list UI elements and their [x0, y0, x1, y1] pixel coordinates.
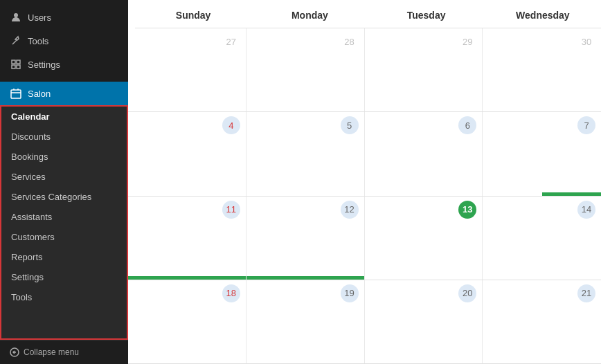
green-bar: [246, 276, 364, 280]
cell-date: 6: [458, 116, 476, 134]
sidebar-item-settings[interactable]: Settings: [0, 53, 128, 76]
cell-date: 19: [341, 284, 359, 302]
submenu-item-discounts[interactable]: Discounts: [1, 127, 127, 147]
salon-label: Salon: [28, 89, 51, 99]
calendar-cell[interactable]: 27: [128, 28, 246, 111]
cell-date: 4: [222, 116, 240, 134]
calendar-cell[interactable]: 4: [128, 112, 246, 195]
cell-date: 29: [458, 33, 476, 51]
user-icon: [10, 11, 22, 24]
sidebar-item-label: Users: [28, 12, 51, 23]
cell-date: 11: [222, 201, 240, 219]
submenu-item-tools[interactable]: Tools: [1, 287, 127, 307]
svg-rect-5: [11, 90, 21, 98]
submenu-item-reports[interactable]: Reports: [1, 247, 127, 267]
svg-rect-3: [12, 65, 15, 69]
salon-icon: [10, 87, 22, 100]
sidebar-top-items: Users Tools Settings: [0, 0, 128, 82]
cell-date: 28: [341, 33, 359, 51]
calendar-cell[interactable]: 5: [246, 112, 365, 195]
day-header-wednesday: Wednesday: [485, 10, 601, 21]
submenu-item-bookings[interactable]: Bookings: [1, 147, 127, 167]
collapse-icon: [10, 347, 19, 357]
calendar-week-2: 4 5 6 7: [128, 112, 601, 196]
collapse-menu-button[interactable]: Collapse menu: [0, 340, 128, 364]
calendar-cell[interactable]: 12: [246, 197, 365, 280]
calendar-cell[interactable]: 11: [128, 197, 246, 280]
calendar-week-3: 11 12 13 14: [128, 197, 601, 280]
submenu-item-settings[interactable]: Settings: [1, 267, 127, 287]
sidebar-item-users[interactable]: Users: [0, 6, 128, 29]
day-header-tuesday: Tuesday: [368, 10, 485, 21]
calendar-week-4: 18 19 20 21: [128, 280, 601, 364]
calendar-cell[interactable]: 14: [483, 197, 601, 280]
sidebar: Users Tools Settings Salon Calendar Disc…: [0, 0, 128, 364]
cell-date: 14: [577, 201, 595, 219]
tools-icon: [10, 35, 22, 47]
salon-section: Salon: [0, 82, 128, 105]
green-bar-partial: [542, 192, 601, 196]
cell-date: 21: [577, 284, 595, 302]
svg-point-0: [14, 13, 18, 17]
svg-rect-2: [17, 60, 20, 64]
submenu-item-services[interactable]: Services: [1, 167, 127, 187]
svg-rect-1: [12, 60, 15, 64]
calendar-week-1: 27 28 29 30: [128, 28, 601, 112]
main-content: Sunday Monday Tuesday Wednesday 27 28 29…: [128, 0, 601, 364]
cell-date: 12: [341, 201, 359, 219]
collapse-menu-label: Collapse menu: [24, 347, 79, 357]
cell-date: 7: [577, 116, 595, 134]
cell-date: 27: [222, 33, 240, 51]
calendar-cell[interactable]: 19: [246, 280, 365, 363]
green-bar: [128, 276, 246, 280]
settings-icon: [10, 58, 22, 71]
calendar-grid: 27 28 29 30 4 5: [128, 28, 601, 364]
cell-date: 5: [341, 116, 359, 134]
svg-rect-4: [17, 65, 20, 69]
day-header-monday: Monday: [251, 10, 368, 21]
calendar-cell[interactable]: 18: [128, 280, 246, 363]
submenu-item-customers[interactable]: Customers: [1, 227, 127, 247]
calendar-cell[interactable]: 13: [365, 197, 483, 280]
calendar-cell[interactable]: 28: [246, 28, 365, 111]
sidebar-item-label: Settings: [28, 60, 60, 70]
sidebar-item-salon[interactable]: Salon: [0, 82, 128, 105]
calendar-cell[interactable]: 6: [365, 112, 483, 195]
submenu-item-services-categories[interactable]: Services Categories: [1, 187, 127, 207]
cell-date: 18: [222, 284, 240, 302]
sidebar-item-tools[interactable]: Tools: [0, 29, 128, 53]
submenu-item-calendar[interactable]: Calendar: [1, 107, 127, 127]
calendar-cell[interactable]: 7: [483, 112, 601, 195]
submenu-item-assistants[interactable]: Assistants: [1, 207, 127, 227]
cell-date: 20: [458, 284, 476, 302]
calendar-body: 27 28 29 30 4 5: [128, 28, 601, 364]
calendar-cell[interactable]: 30: [483, 28, 601, 111]
day-header-sunday: Sunday: [135, 10, 251, 21]
cell-date-today: 13: [458, 201, 476, 219]
sidebar-item-label: Tools: [28, 36, 48, 46]
salon-submenu: Calendar Discounts Bookings Services Ser…: [0, 105, 128, 340]
calendar-cell[interactable]: 20: [365, 280, 483, 363]
cell-date: 30: [577, 33, 595, 51]
calendar-cell[interactable]: 21: [483, 280, 601, 363]
calendar-cell[interactable]: 29: [365, 28, 483, 111]
calendar-header: Sunday Monday Tuesday Wednesday: [135, 0, 601, 28]
